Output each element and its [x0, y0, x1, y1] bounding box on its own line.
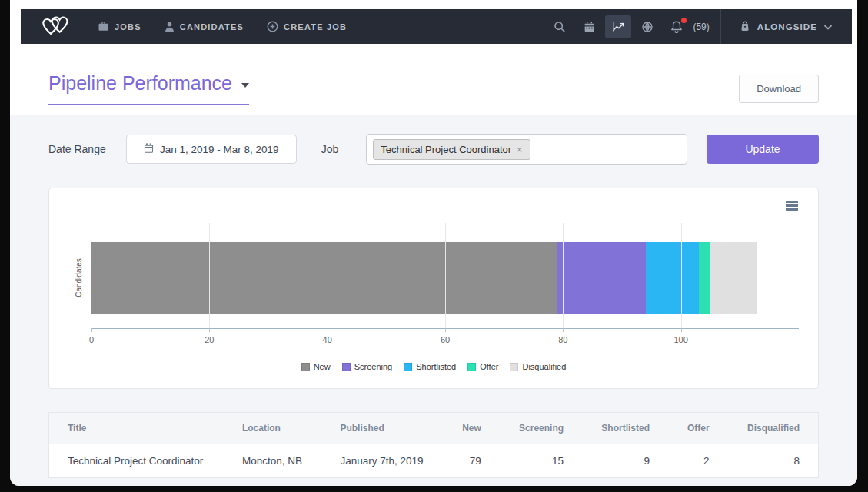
chart-legend: NewScreeningShortlistedOfferDisqualified [49, 362, 818, 371]
calendar-button[interactable] [576, 15, 602, 38]
axis-tick-0 [91, 328, 92, 332]
plus-circle-icon [267, 21, 278, 32]
briefcase-icon [98, 21, 109, 32]
bar-segment-shortlisted[interactable] [646, 242, 699, 314]
legend-item-new[interactable]: New [301, 362, 331, 371]
legend-label-disqualified: Disqualified [522, 362, 566, 371]
calendar-icon [584, 21, 595, 32]
column-header-location: Location [224, 413, 322, 444]
column-header-title: Title [49, 413, 224, 444]
legend-item-disqualified[interactable]: Disqualified [510, 362, 566, 371]
cell-title: Technical Project Coordinator [49, 444, 224, 478]
tag-close-icon[interactable]: × [517, 145, 523, 155]
navbar-left: JOBS CANDIDATES CREATE J [21, 14, 370, 40]
axis-tick-60 [445, 328, 446, 332]
gridline-60 [445, 223, 446, 328]
top-navbar: JOBS CANDIDATES CREATE J [21, 9, 852, 44]
chart-context-menu-icon[interactable] [786, 201, 798, 212]
chevron-down-icon [824, 22, 832, 32]
page-title: Pipeline Performance [48, 72, 232, 95]
legend-item-screening[interactable]: Screening [342, 362, 393, 371]
legend-label-shortlisted: Shortlisted [416, 362, 456, 371]
date-range-input[interactable]: Jan 1, 2019 - Mar 8, 2019 [126, 135, 297, 164]
nav-candidates[interactable]: CANDIDATES [165, 22, 244, 32]
legend-item-offer[interactable]: Offer [467, 362, 498, 371]
gridline-20 [209, 223, 210, 328]
job-tag-label: Technical Project Coordinator [381, 144, 511, 155]
navbar-right: (59) ALONGSIDE [545, 9, 852, 44]
bar-segment-offer[interactable] [699, 242, 710, 314]
legend-swatch-offer [467, 363, 476, 371]
download-button[interactable]: Download [739, 75, 819, 103]
date-range-value: Jan 1, 2019 - Mar 8, 2019 [160, 144, 279, 155]
column-header-published: Published [321, 413, 443, 444]
update-button[interactable]: Update [707, 135, 819, 164]
page-header: Pipeline Performance Download [10, 53, 857, 115]
calendar-icon-small [144, 143, 154, 155]
cell-location: Moncton, NB [224, 444, 322, 478]
caret-down-icon [241, 83, 249, 88]
axis-tick-20 [209, 328, 210, 332]
nav-jobs-label: JOBS [115, 22, 141, 32]
nav-jobs[interactable]: JOBS [98, 21, 141, 32]
axis-tick-100 [681, 328, 682, 332]
column-header-disqualified: Disqualified [728, 413, 818, 444]
column-header-new: New [443, 413, 500, 444]
content-section: Date Range Jan 1, 2019 - Mar 8, 2019 Job… [10, 115, 857, 486]
y-axis-label: Candidates [75, 258, 83, 298]
bar-segment-disqualified[interactable] [710, 242, 757, 314]
alongside-logo[interactable] [41, 14, 72, 40]
axis-tick-label-100: 100 [673, 335, 687, 344]
notification-dot [681, 18, 687, 23]
notification-count: (59) [693, 22, 709, 32]
cell-offer: 2 [668, 444, 728, 478]
report-title-dropdown[interactable]: Pipeline Performance [48, 72, 249, 105]
axis-tick-40 [328, 328, 328, 332]
legend-swatch-disqualified [510, 363, 518, 371]
job-tag-chip: Technical Project Coordinator × [373, 139, 530, 160]
legend-swatch-new [301, 363, 310, 371]
cell-published: January 7th, 2019 [321, 444, 443, 478]
table-header: TitleLocationPublishedNewScreeningShortl… [49, 413, 818, 444]
account-label: ALONGSIDE [757, 22, 817, 32]
axis-tick-80 [563, 328, 564, 332]
gridline-80 [563, 223, 564, 328]
cell-screening: 15 [500, 444, 582, 478]
date-range-label: Date Range [48, 143, 106, 155]
legend-label-new: New [314, 362, 331, 371]
globe-icon [641, 21, 653, 33]
analytics-button[interactable] [605, 15, 631, 38]
y-axis-label-wrap: Candidates [72, 241, 85, 314]
search-button[interactable] [547, 15, 573, 38]
notifications-button[interactable] [663, 15, 690, 38]
user-icon [165, 22, 175, 32]
axis-tick-label-0: 0 [89, 335, 94, 344]
nav-create-job-label: CREATE JOB [284, 22, 347, 32]
cell-shortlisted: 9 [582, 444, 668, 478]
job-multiselect[interactable]: Technical Project Coordinator × [366, 134, 687, 165]
organization-icon [740, 20, 750, 33]
nav-candidates-label: CANDIDATES [180, 22, 244, 32]
cell-disqualified: 8 [728, 444, 818, 478]
axis-tick-label-80: 80 [558, 335, 567, 344]
gridline-40 [328, 223, 328, 328]
plot-area: 020406080100 [91, 223, 799, 329]
pipeline-table: TitleLocationPublishedNewScreeningShortl… [49, 413, 818, 477]
axis-tick-label-20: 20 [205, 335, 214, 344]
legend-label-offer: Offer [480, 362, 498, 371]
bar-segment-new[interactable] [91, 242, 557, 314]
bar-segment-screening[interactable] [557, 242, 646, 314]
hearts-logo-icon [41, 14, 72, 40]
legend-label-screening: Screening [354, 362, 393, 371]
nav-create-job[interactable]: CREATE JOB [267, 21, 347, 32]
chart-card: Candidates 020406080100 NewScreeningShor… [48, 188, 819, 389]
legend-swatch-screening [342, 363, 351, 371]
account-menu[interactable]: ALONGSIDE [721, 20, 852, 33]
column-header-screening: Screening [500, 413, 582, 444]
gridline-100 [681, 223, 682, 328]
legend-item-shortlisted[interactable]: Shortlisted [404, 362, 456, 371]
line-chart-icon [612, 21, 625, 32]
pipeline-table-card: TitleLocationPublishedNewScreeningShortl… [48, 412, 819, 478]
column-header-offer: Offer [668, 413, 728, 444]
globe-button[interactable] [634, 15, 660, 38]
